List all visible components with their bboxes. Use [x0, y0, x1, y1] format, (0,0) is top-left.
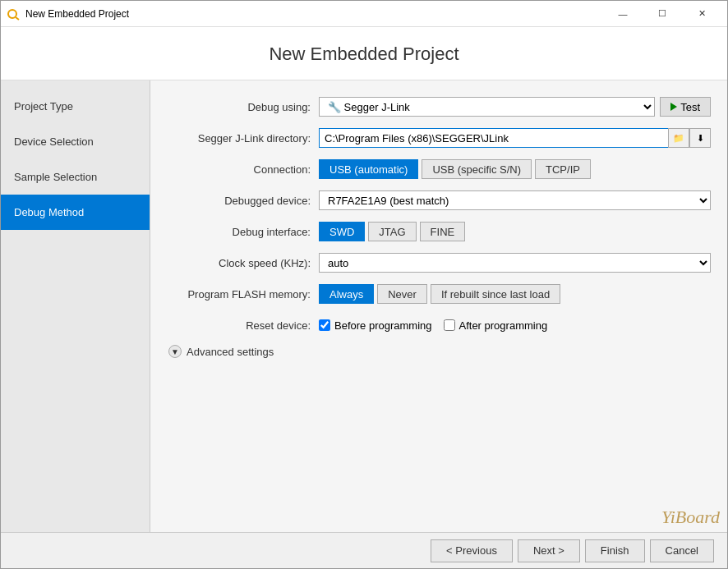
flash-never-button[interactable]: Never	[377, 284, 427, 304]
jlink-dir-control: 📁 ⬇	[319, 128, 711, 148]
jlink-dir-input[interactable]	[319, 128, 668, 148]
connection-toggle-group: USB (automatic) USB (specific S/N) TCP/I…	[319, 159, 591, 179]
reset-after-checkbox[interactable]	[444, 319, 455, 331]
reset-after-label[interactable]: After programming	[444, 319, 548, 332]
debug-using-row: Debug using: 🔧 Segger J-Link Test	[167, 95, 711, 118]
folder-icon: 📁	[673, 133, 684, 144]
debug-interface-control: SWD JTAG FINE	[319, 222, 711, 241]
download-button[interactable]: ⬇	[689, 128, 711, 148]
program-flash-row: Program FLASH memory: Always Never If re…	[167, 282, 711, 305]
sidebar-item-device-selection[interactable]: Device Selection	[1, 124, 150, 159]
debug-using-control: 🔧 Segger J-Link Test	[319, 97, 711, 117]
jlink-dir-row: Segger J-Link directory: 📁 ⬇	[167, 126, 711, 149]
clock-speed-label: Clock speed (KHz):	[167, 257, 319, 269]
reset-before-label[interactable]: Before programming	[319, 319, 432, 332]
connection-usb-auto-button[interactable]: USB (automatic)	[319, 159, 418, 179]
program-flash-toggle-group: Always Never If rebuilt since last load	[319, 284, 560, 304]
svg-line-1	[16, 17, 19, 20]
clock-speed-select[interactable]: auto	[319, 253, 711, 273]
form-content: Debug using: 🔧 Segger J-Link Test	[150, 80, 727, 532]
maximize-button[interactable]: ☐	[643, 2, 681, 25]
sidebar-item-sample-selection[interactable]: Sample Selection	[1, 159, 150, 195]
reset-checkbox-group: Before programming After programming	[319, 319, 547, 332]
main-content: New Embedded Project Project Type Device…	[1, 27, 727, 568]
browse-folder-button[interactable]: 📁	[668, 128, 689, 148]
sidebar-item-debug-method[interactable]: Debug Method	[1, 195, 150, 230]
download-icon: ⬇	[697, 133, 704, 144]
program-flash-control: Always Never If rebuilt since last load	[319, 284, 711, 304]
clock-speed-row: Clock speed (KHz): auto	[167, 251, 711, 274]
debug-interface-row: Debug interface: SWD JTAG FINE	[167, 220, 711, 243]
debug-interface-label: Debug interface:	[167, 226, 319, 238]
title-bar-controls: — ☐ ✕	[604, 2, 721, 25]
reset-device-label: Reset device:	[167, 319, 319, 332]
advanced-settings-toggle[interactable]: ▼ Advanced settings	[167, 345, 711, 358]
sidebar-item-project-type[interactable]: Project Type	[1, 89, 150, 124]
debug-using-label: Debug using:	[167, 101, 319, 113]
title-bar: New Embedded Project — ☐ ✕	[1, 1, 727, 27]
play-icon	[670, 103, 677, 111]
page-title: New Embedded Project	[1, 44, 727, 65]
jlink-dir-input-group: 📁 ⬇	[319, 128, 711, 148]
connection-usb-specific-button[interactable]: USB (specific S/N)	[422, 159, 532, 179]
title-bar-text: New Embedded Project	[25, 8, 604, 20]
page-header: New Embedded Project	[1, 27, 727, 80]
cancel-button[interactable]: Cancel	[650, 539, 714, 562]
connection-tcpip-button[interactable]: TCP/IP	[535, 159, 591, 179]
footer: < Previous Next > Finish Cancel	[1, 532, 727, 568]
close-button[interactable]: ✕	[683, 2, 721, 25]
debug-using-select[interactable]: 🔧 Segger J-Link	[319, 97, 655, 117]
connection-label: Connection:	[167, 163, 319, 176]
reset-device-control: Before programming After programming	[319, 319, 711, 332]
finish-button[interactable]: Finish	[585, 539, 645, 562]
connection-row: Connection: USB (automatic) USB (specifi…	[167, 158, 711, 181]
debug-jtag-button[interactable]: JTAG	[368, 222, 416, 241]
advanced-arrow-icon: ▼	[168, 345, 182, 358]
test-button[interactable]: Test	[660, 97, 711, 117]
svg-point-0	[8, 10, 16, 18]
connection-control: USB (automatic) USB (specific S/N) TCP/I…	[319, 159, 711, 179]
body-area: Project Type Device Selection Sample Sel…	[1, 80, 727, 532]
flash-if-rebuilt-button[interactable]: If rebuilt since last load	[431, 284, 560, 304]
app-icon	[7, 7, 21, 21]
main-window: New Embedded Project — ☐ ✕ New Embedded …	[0, 0, 728, 569]
debugged-device-control: R7FA2E1A9 (best match)	[319, 190, 711, 210]
jlink-dir-label: Segger J-Link directory:	[167, 132, 319, 145]
program-flash-label: Program FLASH memory:	[167, 288, 319, 301]
debug-fine-button[interactable]: FINE	[420, 222, 466, 241]
debugged-device-select-wrapper: R7FA2E1A9 (best match)	[319, 190, 711, 210]
reset-before-checkbox[interactable]	[319, 319, 330, 331]
sidebar: Project Type Device Selection Sample Sel…	[1, 80, 150, 532]
clock-speed-control: auto	[319, 253, 711, 273]
previous-button[interactable]: < Previous	[431, 539, 513, 562]
debug-interface-toggle-group: SWD JTAG FINE	[319, 222, 465, 241]
clock-speed-select-wrapper: auto	[319, 253, 711, 273]
minimize-button[interactable]: —	[604, 2, 642, 25]
next-button[interactable]: Next >	[518, 539, 580, 562]
flash-always-button[interactable]: Always	[319, 284, 374, 304]
debugged-device-select[interactable]: R7FA2E1A9 (best match)	[319, 190, 711, 210]
reset-device-row: Reset device: Before programming After p…	[167, 314, 711, 337]
debug-using-select-wrapper: 🔧 Segger J-Link	[319, 97, 655, 117]
debugged-device-label: Debugged device:	[167, 195, 319, 207]
debugged-device-row: Debugged device: R7FA2E1A9 (best match)	[167, 189, 711, 212]
debug-swd-button[interactable]: SWD	[319, 222, 365, 241]
